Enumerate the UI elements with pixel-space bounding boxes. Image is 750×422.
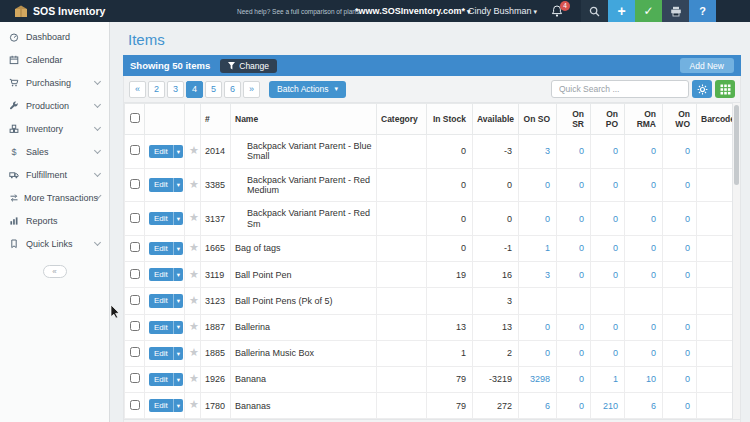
add-new-button[interactable]: Add New bbox=[680, 58, 735, 73]
column-header-on-rma[interactable]: On RMA bbox=[625, 104, 663, 135]
on-rma-link[interactable]: 0 bbox=[651, 180, 656, 190]
edit-dropdown-caret[interactable]: ▾ bbox=[173, 321, 183, 334]
column-header-barcode[interactable]: Barcode bbox=[697, 104, 735, 135]
edit-dropdown-caret[interactable]: ▾ bbox=[173, 399, 183, 412]
on-rma-link[interactable]: 0 bbox=[651, 146, 656, 156]
row-checkbox[interactable] bbox=[130, 373, 140, 383]
edit-dropdown-caret[interactable]: ▾ bbox=[173, 212, 183, 225]
company-dropdown[interactable]: *www.SOSInventory.com*▾ bbox=[355, 6, 471, 16]
column-header-on-po[interactable]: On PO bbox=[591, 104, 625, 135]
edit-button[interactable]: Edit bbox=[149, 145, 173, 158]
edit-button[interactable]: Edit bbox=[149, 321, 173, 334]
edit-dropdown-caret[interactable]: ▾ bbox=[173, 347, 183, 360]
on-so-link[interactable]: 6 bbox=[545, 401, 550, 411]
star-icon[interactable]: ★ bbox=[189, 241, 199, 254]
page-button-5[interactable]: 5 bbox=[205, 81, 222, 98]
on-so-link[interactable]: 1 bbox=[545, 243, 550, 253]
on-po-link[interactable]: 0 bbox=[613, 214, 618, 224]
on-rma-link[interactable]: 6 bbox=[651, 401, 656, 411]
sidebar-item-purchasing[interactable]: Purchasing bbox=[0, 71, 109, 94]
row-checkbox[interactable] bbox=[130, 242, 140, 252]
sidebar-item-reports[interactable]: Reports bbox=[0, 209, 109, 232]
edit-button[interactable]: Edit bbox=[149, 294, 173, 307]
star-icon[interactable]: ★ bbox=[189, 320, 199, 333]
on-so-link[interactable]: 3 bbox=[545, 146, 550, 156]
edit-button[interactable]: Edit bbox=[149, 399, 173, 412]
on-wo-link[interactable]: 0 bbox=[685, 146, 690, 156]
quick-search-input[interactable] bbox=[551, 80, 689, 98]
batch-actions-button[interactable]: Batch Actions▾ bbox=[269, 81, 346, 98]
on-sr-link[interactable]: 0 bbox=[579, 348, 584, 358]
edit-button[interactable]: Edit bbox=[149, 373, 173, 386]
select-all-checkbox[interactable] bbox=[130, 113, 140, 123]
on-wo-link[interactable]: 0 bbox=[685, 374, 690, 384]
row-checkbox[interactable] bbox=[130, 145, 140, 155]
edit-dropdown-caret[interactable]: ▾ bbox=[173, 268, 183, 281]
sidebar-item-dashboard[interactable]: Dashboard bbox=[0, 25, 109, 48]
add-button[interactable]: + bbox=[608, 0, 635, 22]
edit-dropdown-caret[interactable]: ▾ bbox=[173, 145, 183, 158]
vertical-scrollbar-thumb[interactable] bbox=[734, 105, 739, 185]
row-checkbox[interactable] bbox=[130, 269, 140, 279]
star-icon[interactable]: ★ bbox=[189, 398, 199, 411]
on-po-link[interactable]: 0 bbox=[613, 322, 618, 332]
sidebar-item-sales[interactable]: $Sales bbox=[0, 140, 109, 163]
on-so-link[interactable]: 0 bbox=[545, 348, 550, 358]
on-rma-link[interactable]: 0 bbox=[651, 270, 656, 280]
on-wo-link[interactable]: 0 bbox=[685, 214, 690, 224]
search-button[interactable] bbox=[581, 0, 608, 22]
sidebar-item-more-transactions[interactable]: More Transactions bbox=[0, 186, 109, 209]
column-header-on-so[interactable]: On SO bbox=[519, 104, 557, 135]
column-header-category[interactable]: Category bbox=[377, 104, 427, 135]
page-button-«[interactable]: « bbox=[129, 81, 146, 98]
vertical-scrollbar[interactable] bbox=[732, 103, 740, 419]
on-po-link[interactable]: 1 bbox=[613, 374, 618, 384]
print-button[interactable] bbox=[662, 0, 689, 22]
user-dropdown[interactable]: Cindy Bushman▾ bbox=[468, 6, 537, 16]
edit-button[interactable]: Edit bbox=[149, 347, 173, 360]
on-po-link[interactable]: 0 bbox=[613, 348, 618, 358]
on-wo-link[interactable]: 0 bbox=[685, 348, 690, 358]
page-button-2[interactable]: 2 bbox=[148, 81, 165, 98]
on-sr-link[interactable]: 0 bbox=[579, 401, 584, 411]
sidebar-item-quick-links[interactable]: Quick Links bbox=[0, 232, 109, 255]
on-sr-link[interactable]: 0 bbox=[579, 322, 584, 332]
star-icon[interactable]: ★ bbox=[189, 372, 199, 385]
on-sr-link[interactable]: 0 bbox=[579, 374, 584, 384]
on-wo-link[interactable]: 0 bbox=[685, 243, 690, 253]
page-button-»[interactable]: » bbox=[243, 81, 260, 98]
column-header-on-wo[interactable]: On WO bbox=[663, 104, 697, 135]
star-icon[interactable]: ★ bbox=[189, 211, 199, 224]
edit-dropdown-caret[interactable]: ▾ bbox=[173, 373, 183, 386]
on-so-link[interactable]: 0 bbox=[545, 180, 550, 190]
on-sr-link[interactable]: 0 bbox=[579, 270, 584, 280]
on-sr-link[interactable]: 0 bbox=[579, 214, 584, 224]
column-header-number[interactable]: # bbox=[201, 104, 231, 135]
on-rma-link[interactable]: 0 bbox=[651, 348, 656, 358]
on-rma-link[interactable]: 0 bbox=[651, 243, 656, 253]
on-so-link[interactable]: 0 bbox=[545, 322, 550, 332]
on-wo-link[interactable]: 0 bbox=[685, 322, 690, 332]
sidebar-collapse-button[interactable]: « bbox=[43, 265, 67, 278]
star-icon[interactable]: ★ bbox=[189, 178, 199, 191]
on-so-link[interactable]: 0 bbox=[545, 214, 550, 224]
edit-dropdown-caret[interactable]: ▾ bbox=[173, 242, 183, 255]
sidebar-item-inventory[interactable]: Inventory bbox=[0, 117, 109, 140]
column-header-on-sr[interactable]: On SR bbox=[557, 104, 591, 135]
row-checkbox[interactable] bbox=[130, 179, 140, 189]
tasks-button[interactable]: ✓ bbox=[635, 0, 662, 22]
on-wo-link[interactable]: 0 bbox=[685, 270, 690, 280]
star-icon[interactable]: ★ bbox=[189, 294, 199, 307]
page-button-3[interactable]: 3 bbox=[167, 81, 184, 98]
sidebar-item-calendar[interactable]: Calendar bbox=[0, 48, 109, 71]
on-rma-link[interactable]: 10 bbox=[646, 374, 656, 384]
on-po-link[interactable]: 0 bbox=[613, 270, 618, 280]
change-filter-button[interactable]: Change bbox=[220, 59, 277, 73]
on-wo-link[interactable]: 0 bbox=[685, 401, 690, 411]
row-checkbox[interactable] bbox=[130, 321, 140, 331]
on-rma-link[interactable]: 0 bbox=[651, 322, 656, 332]
on-rma-link[interactable]: 0 bbox=[651, 214, 656, 224]
star-icon[interactable]: ★ bbox=[189, 346, 199, 359]
table-settings-button[interactable] bbox=[692, 80, 712, 98]
page-button-4[interactable]: 4 bbox=[186, 81, 203, 98]
